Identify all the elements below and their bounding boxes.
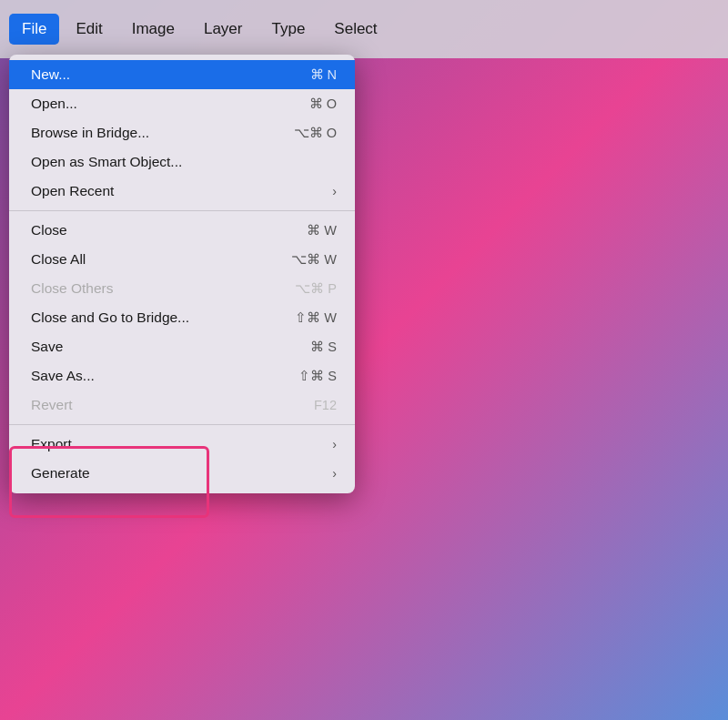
menu-file[interactable]: File bbox=[9, 14, 59, 45]
menu-item-close-label: Close bbox=[31, 222, 67, 238]
menu-item-browse-bridge[interactable]: Browse in Bridge... ⌥⌘ O bbox=[9, 118, 355, 147]
menu-item-browse-bridge-shortcut: ⌥⌘ O bbox=[294, 126, 337, 140]
chevron-right-icon: › bbox=[332, 184, 337, 198]
menu-item-close[interactable]: Close ⌘ W bbox=[9, 216, 355, 245]
generate-chevron-right-icon: › bbox=[332, 466, 337, 481]
menu-image[interactable]: Image bbox=[119, 14, 187, 45]
menu-item-revert-shortcut: F12 bbox=[314, 398, 337, 412]
menu-item-export[interactable]: Export › bbox=[9, 430, 355, 459]
menu-item-browse-bridge-label: Browse in Bridge... bbox=[31, 125, 149, 141]
menu-item-open-smart-label: Open as Smart Object... bbox=[31, 154, 182, 170]
menu-item-close-others-shortcut: ⌥⌘ P bbox=[295, 281, 337, 296]
menu-item-close-others: Close Others ⌥⌘ P bbox=[9, 274, 355, 303]
menu-item-new[interactable]: New... ⌘ N bbox=[9, 60, 355, 89]
menu-edit[interactable]: Edit bbox=[63, 14, 115, 45]
file-menu-dropdown: New... ⌘ N Open... ⌘ O Browse in Bridge.… bbox=[9, 55, 355, 493]
menu-item-revert: Revert F12 bbox=[9, 390, 355, 420]
menu-item-revert-label: Revert bbox=[31, 397, 73, 413]
menu-item-open-label: Open... bbox=[31, 96, 77, 112]
menu-item-export-label: Export bbox=[31, 436, 72, 452]
menu-item-save-shortcut: ⌘ S bbox=[310, 340, 337, 354]
menu-select[interactable]: Select bbox=[321, 14, 389, 45]
menu-item-close-bridge[interactable]: Close and Go to Bridge... ⇧⌘ W bbox=[9, 303, 355, 332]
menu-item-open-recent[interactable]: Open Recent › bbox=[9, 177, 355, 206]
menu-layer[interactable]: Layer bbox=[191, 14, 256, 45]
separator-2 bbox=[9, 424, 355, 425]
menu-item-save[interactable]: Save ⌘ S bbox=[9, 332, 355, 361]
menu-item-save-as-shortcut: ⇧⌘ S bbox=[298, 369, 337, 383]
export-chevron-right-icon: › bbox=[332, 437, 337, 451]
menu-item-close-all-label: Close All bbox=[31, 251, 86, 268]
menu-item-generate-label: Generate bbox=[31, 465, 90, 482]
menu-item-close-all[interactable]: Close All ⌥⌘ W bbox=[9, 245, 355, 274]
menu-item-close-shortcut: ⌘ W bbox=[307, 223, 337, 238]
menu-item-new-shortcut: ⌘ N bbox=[310, 67, 338, 82]
menu-item-open-shortcut: ⌘ O bbox=[309, 96, 337, 111]
menu-item-open[interactable]: Open... ⌘ O bbox=[9, 89, 355, 118]
menu-item-new-label: New... bbox=[31, 66, 70, 83]
menu-item-close-bridge-label: Close and Go to Bridge... bbox=[31, 309, 189, 326]
menu-item-open-smart[interactable]: Open as Smart Object... bbox=[9, 147, 355, 177]
separator-1 bbox=[9, 210, 355, 211]
menu-bar: File Edit Image Layer Type Select bbox=[0, 0, 728, 58]
menu-type[interactable]: Type bbox=[258, 14, 318, 45]
menu-item-generate[interactable]: Generate › bbox=[9, 459, 355, 488]
menu-item-save-label: Save bbox=[31, 339, 63, 355]
menu-item-close-others-label: Close Others bbox=[31, 280, 113, 297]
menu-item-close-bridge-shortcut: ⇧⌘ W bbox=[295, 310, 337, 325]
menu-item-save-as[interactable]: Save As... ⇧⌘ S bbox=[9, 361, 355, 390]
menu-item-open-recent-label: Open Recent bbox=[31, 183, 114, 199]
menu-item-close-all-shortcut: ⌥⌘ W bbox=[291, 252, 337, 267]
menu-item-save-as-label: Save As... bbox=[31, 368, 95, 384]
